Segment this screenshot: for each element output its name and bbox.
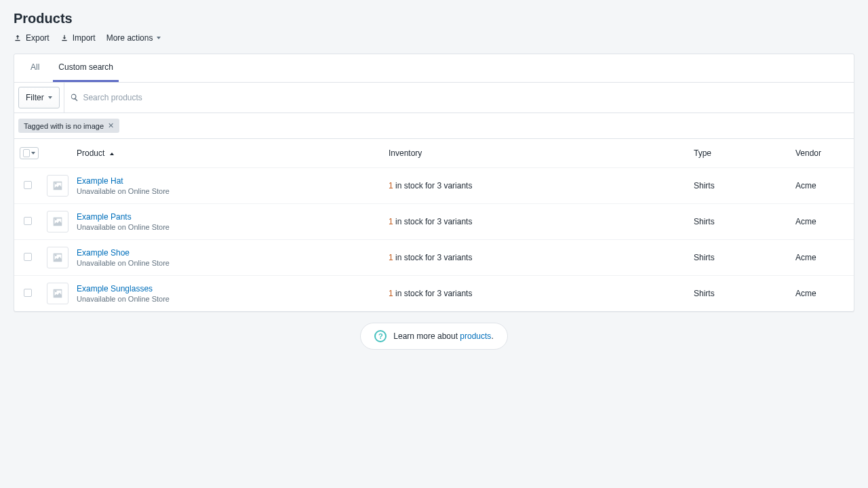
row-checkbox[interactable]	[24, 217, 32, 225]
product-subtext: Unavailable on Online Store	[77, 259, 378, 267]
chevron-down-icon	[157, 37, 161, 39]
inventory-text: in stock for 3 variants	[393, 253, 473, 262]
inventory-count: 1	[389, 217, 393, 226]
chevron-down-icon	[48, 96, 52, 99]
header-type[interactable]: Type	[688, 139, 790, 168]
filter-label: Filter	[26, 93, 44, 102]
products-card: All Custom search Filter Tagged with is …	[14, 54, 854, 312]
export-button[interactable]: Export	[14, 33, 50, 43]
select-all-checkbox[interactable]	[20, 147, 39, 159]
row-checkbox[interactable]	[24, 289, 32, 297]
tab-custom-search[interactable]: Custom search	[53, 54, 119, 82]
image-placeholder-icon[interactable]	[47, 211, 68, 232]
image-placeholder-icon[interactable]	[47, 247, 68, 268]
header-inventory[interactable]: Inventory	[383, 139, 688, 168]
product-subtext: Unavailable on Online Store	[77, 295, 378, 303]
product-name-link[interactable]: Example Sunglasses	[77, 284, 378, 293]
image-placeholder-icon[interactable]	[47, 175, 68, 197]
table-row: Example SunglassesUnavailable on Online …	[14, 276, 854, 312]
table-row: Example HatUnavailable on Online Store1 …	[14, 168, 854, 204]
search-input[interactable]	[83, 87, 848, 108]
table-row: Example ShoeUnavailable on Online Store1…	[14, 240, 854, 276]
product-subtext: Unavailable on Online Store	[77, 187, 378, 195]
product-name-link[interactable]: Example Shoe	[77, 248, 378, 258]
image-placeholder-icon[interactable]	[47, 283, 68, 304]
header-product-label: Product	[77, 148, 104, 158]
tab-all[interactable]: All	[25, 54, 45, 82]
search-wrap	[64, 83, 854, 113]
chip-label: Tagged with is no image	[24, 122, 104, 130]
header-product[interactable]: Product	[71, 139, 383, 168]
inventory-text: in stock for 3 variants	[393, 217, 473, 226]
product-name-link[interactable]: Example Hat	[77, 176, 378, 186]
inventory-count: 1	[389, 253, 393, 262]
product-vendor: Acme	[790, 168, 854, 204]
product-subtext: Unavailable on Online Store	[77, 223, 378, 231]
filter-chip[interactable]: Tagged with is no image ✕	[18, 119, 119, 133]
product-vendor: Acme	[790, 240, 854, 276]
sort-asc-icon	[110, 152, 114, 155]
row-checkbox[interactable]	[24, 253, 32, 261]
help-icon: ?	[374, 330, 387, 342]
row-checkbox[interactable]	[24, 181, 32, 189]
inventory-text: in stock for 3 variants	[393, 181, 473, 190]
inventory-count: 1	[389, 181, 393, 190]
help-text-prefix: Learn more about	[393, 331, 460, 341]
export-icon	[14, 34, 22, 42]
checkbox-icon	[23, 149, 30, 157]
import-label: Import	[73, 33, 96, 43]
more-actions-label: More actions	[106, 33, 153, 43]
chevron-down-icon	[31, 152, 35, 155]
inventory-text: in stock for 3 variants	[393, 289, 473, 298]
product-type: Shirts	[688, 204, 790, 240]
export-label: Export	[26, 33, 50, 43]
product-name-link[interactable]: Example Pants	[77, 212, 378, 222]
product-vendor: Acme	[790, 204, 854, 240]
table-row: Example PantsUnavailable on Online Store…	[14, 204, 854, 240]
help-link[interactable]: products	[460, 331, 491, 341]
filter-button[interactable]: Filter	[18, 87, 60, 108]
header-vendor[interactable]: Vendor	[790, 139, 854, 168]
import-icon	[60, 34, 68, 42]
page-title: Products	[14, 11, 854, 26]
inventory-count: 1	[389, 289, 393, 298]
help-text-suffix: .	[491, 331, 493, 341]
help-callout: ? Learn more about products.	[360, 323, 507, 350]
search-icon	[70, 93, 79, 102]
product-type: Shirts	[688, 168, 790, 204]
more-actions-button[interactable]: More actions	[106, 33, 161, 43]
product-type: Shirts	[688, 276, 790, 312]
tabs: All Custom search	[14, 54, 854, 83]
products-table: Product Inventory Type Vendor Example Ha…	[14, 139, 854, 311]
product-type: Shirts	[688, 240, 790, 276]
chip-remove-icon[interactable]: ✕	[108, 121, 114, 130]
product-vendor: Acme	[790, 276, 854, 312]
import-button[interactable]: Import	[60, 33, 96, 43]
